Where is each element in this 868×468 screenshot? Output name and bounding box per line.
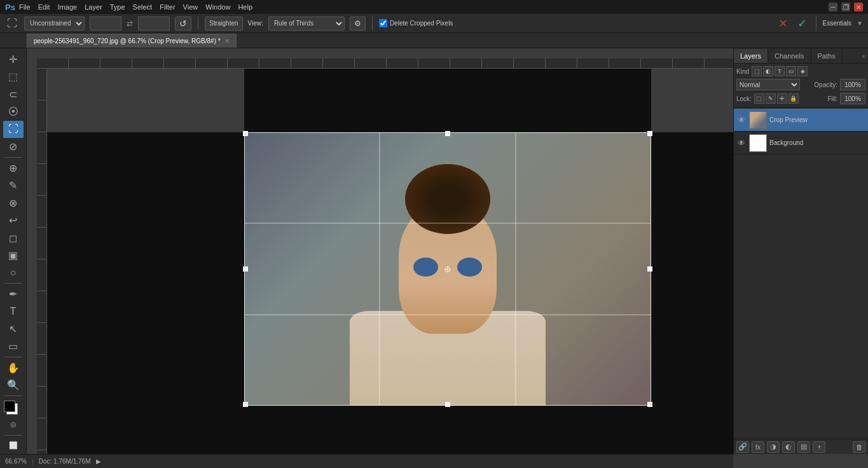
marquee-tool[interactable]: ⬚	[3, 69, 24, 86]
delete-cropped-checkbox[interactable]: Delete Cropped Pixels	[379, 19, 453, 27]
panel-collapse-arrow[interactable]: «	[862, 48, 865, 64]
link-layers-button[interactable]: 🔗	[736, 441, 749, 453]
layer-list: 👁 Crop Preview 👁 Background	[734, 107, 868, 156]
menu-help[interactable]: Help	[238, 3, 252, 11]
kind-smart-icon[interactable]: ◈	[797, 66, 808, 76]
panel-footer: 🔗 fx ◑ ◐ ▤ ＋ 🗑	[734, 439, 868, 454]
kind-type-icon[interactable]: T	[775, 66, 785, 76]
layer-item-background[interactable]: 👁 Background	[734, 132, 868, 155]
commit-icon[interactable]: ✓	[796, 17, 809, 31]
tab-layers[interactable]: Layers	[734, 49, 768, 63]
collapse-icon[interactable]: «	[862, 53, 865, 60]
eraser-tool[interactable]: ◻	[3, 230, 24, 247]
canvas-area[interactable]: ⊕	[37, 59, 733, 454]
tab-paths[interactable]: Paths	[811, 49, 843, 63]
menu-layer[interactable]: Layer	[85, 3, 102, 11]
lock-image-icon[interactable]: ✎	[766, 93, 776, 104]
tab-channels[interactable]: Channels	[768, 49, 811, 63]
close-button[interactable]: ✕	[854, 3, 863, 11]
add-adjustment-button[interactable]: ◐	[782, 441, 795, 453]
history-brush-tool[interactable]: ↩	[3, 212, 24, 229]
brush-tool[interactable]: ✎	[3, 177, 24, 194]
delete-layer-button[interactable]: 🗑	[853, 441, 865, 453]
kind-icons: ⬚ ◐ T ▭ ◈	[752, 66, 808, 76]
fill-input[interactable]	[840, 93, 865, 104]
person	[387, 160, 509, 392]
path-select-tool[interactable]: ↖	[3, 320, 24, 338]
width-input[interactable]	[90, 17, 121, 31]
menu-view[interactable]: View	[183, 3, 198, 11]
essentials-dropdown-icon[interactable]: ▼	[857, 20, 863, 27]
lock-transparent-icon[interactable]: ⬚	[754, 93, 764, 104]
menu-edit[interactable]: Edit	[38, 3, 50, 11]
menu-select[interactable]: Select	[133, 3, 153, 11]
minimize-button[interactable]: ─	[829, 3, 837, 11]
menu-window[interactable]: Window	[205, 3, 230, 11]
document-tab[interactable]: people-2563491_960_720.jpg @ 66.7% (Crop…	[27, 34, 237, 48]
lock-all-icon[interactable]: 🔒	[789, 93, 799, 104]
ruler-v-ticks	[37, 69, 46, 454]
lasso-tool[interactable]: ⊂	[3, 86, 24, 103]
constraint-select[interactable]: Unconstrained	[24, 17, 85, 31]
menu-type[interactable]: Type	[110, 3, 125, 11]
eyedropper-tool[interactable]: ⊘	[3, 139, 24, 156]
blend-mode-select[interactable]: Normal	[736, 79, 800, 90]
add-mask-button[interactable]: ◑	[767, 441, 780, 453]
layer-thumb-bg	[750, 135, 766, 151]
divider-1	[198, 17, 198, 31]
menu-file[interactable]: File	[19, 3, 31, 11]
kind-shape-icon[interactable]: ▭	[786, 66, 796, 76]
color-swatches[interactable]	[4, 401, 23, 415]
crop-tool-icon[interactable]: ⛶	[5, 17, 19, 31]
view-gear-button[interactable]: ⚙	[350, 17, 366, 31]
lock-position-icon[interactable]: ✛	[777, 93, 787, 104]
kind-row: Kind ⬚ ◐ T ▭ ◈	[736, 66, 865, 76]
menu-filter[interactable]: Filter	[160, 3, 175, 11]
type-tool[interactable]: T	[3, 303, 24, 320]
new-layer-button[interactable]: ＋	[813, 441, 825, 453]
ruler-h-ticks	[37, 59, 733, 68]
clone-stamp-tool[interactable]: ⊗	[3, 195, 24, 212]
horizontal-ruler	[37, 59, 733, 69]
opacity-input[interactable]	[840, 79, 865, 90]
spot-heal-tool[interactable]: ⊕	[3, 160, 24, 177]
move-tool[interactable]: ✛	[3, 51, 24, 68]
kind-adjust-icon[interactable]: ◐	[763, 66, 773, 76]
expand-arrow[interactable]: ▶	[96, 458, 101, 465]
add-style-button[interactable]: fx	[752, 441, 764, 453]
refresh-button[interactable]: ↺	[175, 17, 191, 31]
tab-close-icon[interactable]: ✕	[224, 38, 230, 45]
pen-tool[interactable]: ✒	[3, 286, 24, 303]
restore-button[interactable]: ❐	[841, 3, 850, 11]
layer-visibility-crop-preview[interactable]: 👁	[736, 115, 747, 125]
new-group-button[interactable]: ▤	[797, 441, 810, 453]
tool-separator-4	[4, 396, 22, 396]
height-input[interactable]	[138, 17, 170, 31]
shape-tool[interactable]: ▭	[3, 338, 24, 355]
crop-tool[interactable]: ⛶	[3, 121, 24, 138]
lock-icons: ⬚ ✎ ✛ 🔒	[754, 93, 799, 104]
photo-canvas[interactable]	[244, 132, 651, 406]
foreground-color-swatch[interactable]	[4, 401, 15, 412]
menu-image[interactable]: Image	[58, 3, 78, 11]
kind-pixel-icon[interactable]: ⬚	[752, 66, 762, 76]
quick-select-tool[interactable]: ⦿	[3, 104, 24, 121]
lock-row: Lock: ⬚ ✎ ✛ 🔒 Fill:	[736, 93, 865, 104]
layer-options: Kind ⬚ ◐ T ▭ ◈ Normal Opacity: Lock: ⬚ ✎…	[734, 64, 868, 107]
layer-visibility-background[interactable]: 👁	[736, 138, 747, 148]
view-select[interactable]: Rule of Thirds	[268, 17, 345, 31]
layer-item-crop-preview[interactable]: 👁 Crop Preview	[734, 109, 868, 132]
divider-3	[816, 17, 816, 31]
gradient-tool[interactable]: ▣	[3, 247, 24, 264]
menu-bar[interactable]: File Edit Image Layer Type Select Filter…	[19, 3, 252, 11]
titlebar-left: Ps File Edit Image Layer Type Select Fil…	[5, 3, 252, 12]
cancel-icon[interactable]: ✕	[776, 17, 790, 31]
swap-icon[interactable]: ⇄	[127, 19, 133, 28]
straighten-button[interactable]: Straighten	[205, 17, 243, 31]
quick-mask-tool[interactable]: ◎	[3, 416, 24, 433]
hand-tool[interactable]: ✋	[3, 359, 24, 376]
screen-mode-tool[interactable]: ⬜	[3, 437, 24, 454]
window-controls[interactable]: ─ ❐ ✕	[829, 3, 863, 11]
dodge-tool[interactable]: ○	[3, 265, 24, 282]
zoom-tool[interactable]: 🔍	[3, 376, 24, 394]
